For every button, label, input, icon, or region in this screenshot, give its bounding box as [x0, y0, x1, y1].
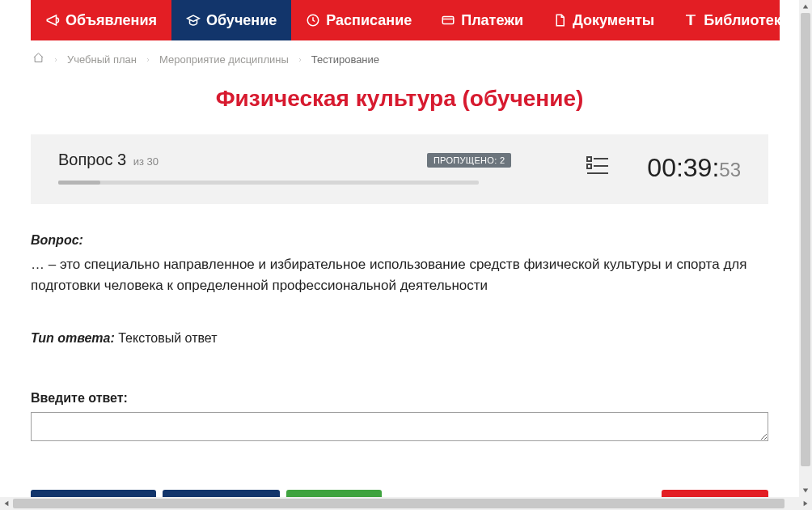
scroll-up-arrow-icon[interactable] — [799, 0, 812, 13]
question-total: из 30 — [133, 155, 159, 168]
horizontal-scrollbar[interactable] — [0, 497, 812, 510]
chevron-right-icon — [53, 53, 59, 66]
scroll-right-arrow-icon[interactable] — [799, 497, 812, 510]
timer-seconds: 53 — [719, 159, 741, 181]
finish-button[interactable] — [662, 490, 768, 497]
nav-label: Объявления — [66, 12, 157, 29]
nav-label: Платежи — [461, 12, 523, 29]
breadcrumb-link[interactable]: Мероприятие дисциплины — [159, 53, 289, 66]
vertical-scroll-thumb[interactable] — [801, 13, 810, 466]
scroll-left-arrow-icon[interactable] — [0, 497, 13, 510]
top-nav: Объявления Обучение Расписание Платежи — [31, 0, 780, 40]
svg-rect-1 — [442, 17, 454, 24]
prev-button[interactable] — [31, 490, 156, 497]
horizontal-scroll-thumb[interactable] — [13, 499, 785, 508]
svg-rect-3 — [587, 164, 591, 168]
card-icon — [441, 13, 455, 28]
nav-label: Библиотека — [704, 12, 789, 29]
nav-label: Расписание — [326, 12, 412, 29]
progress-fill — [58, 181, 100, 185]
nav-label: Документы — [573, 12, 654, 29]
nav-schedule[interactable]: Расписание — [291, 0, 426, 40]
answer-type-value: Текстовый ответ — [115, 331, 218, 345]
question-list-icon[interactable] — [586, 165, 610, 179]
skipped-badge: ПРОПУЩЕНО: 2 — [427, 153, 511, 168]
svg-rect-2 — [587, 157, 591, 161]
vertical-scrollbar[interactable] — [799, 0, 812, 497]
nav-announcements[interactable]: Объявления — [31, 0, 171, 40]
nav-library[interactable]: Библиотека — [669, 0, 799, 40]
nav-payments[interactable]: Платежи — [426, 0, 538, 40]
skip-button[interactable] — [163, 490, 280, 497]
answer-input[interactable] — [31, 412, 768, 441]
next-button[interactable] — [286, 490, 382, 497]
timer-main: 00:39: — [647, 153, 719, 183]
question-number: Вопрос 3 — [58, 151, 126, 168]
question-label: Вопрос: — [31, 233, 83, 247]
answer-input-label: Введите ответ: — [31, 391, 768, 406]
question-status-card: Вопрос 3 из 30 ПРОПУЩЕНО: 2 00:39:53 — [31, 134, 768, 204]
chevron-right-icon — [297, 53, 303, 66]
scroll-down-arrow-icon[interactable] — [799, 484, 812, 497]
nav-label: Обучение — [206, 12, 277, 29]
chevron-right-icon — [145, 53, 151, 66]
answer-type-label: Тип ответа: — [31, 331, 115, 345]
button-row — [6, 490, 793, 497]
book-icon — [683, 13, 698, 28]
megaphone-icon — [45, 13, 60, 28]
nav-learning[interactable]: Обучение — [171, 0, 291, 40]
graduation-cap-icon — [186, 13, 201, 28]
progress-bar — [58, 181, 479, 185]
breadcrumb: Учебный план Мероприятие дисциплины Тест… — [6, 40, 793, 78]
home-icon[interactable] — [32, 52, 44, 66]
question-text: … – это специально направленное и избира… — [31, 254, 768, 297]
document-icon — [552, 13, 567, 28]
timer: 00:39:53 — [647, 153, 741, 183]
breadcrumb-link[interactable]: Учебный план — [67, 53, 137, 66]
page-title: Физическая культура (обучение) — [6, 78, 793, 134]
nav-documents[interactable]: Документы — [538, 0, 669, 40]
breadcrumb-current: Тестирование — [311, 53, 379, 66]
clock-icon — [306, 13, 320, 28]
